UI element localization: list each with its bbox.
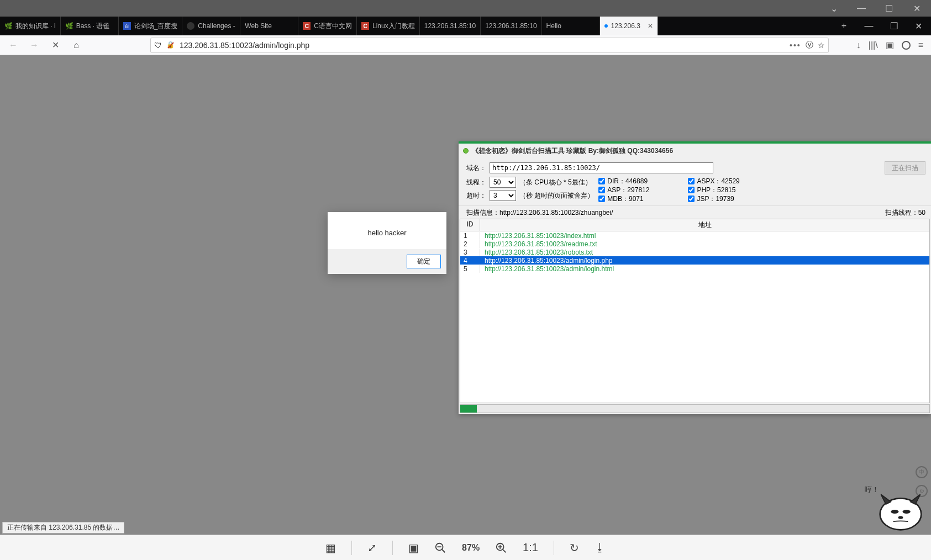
nav-back-button[interactable]: ←	[6, 38, 21, 53]
col-url[interactable]: 地址	[480, 219, 929, 231]
svg-point-2	[903, 510, 911, 514]
browser-tab[interactable]: 🌿Bass · 语雀	[61, 17, 119, 35]
browser-minimize-icon[interactable]: —	[856, 17, 881, 35]
result-row[interactable]: 4http://123.206.31.85:10023/admin/login.…	[460, 256, 929, 265]
loading-dot-icon	[604, 24, 608, 28]
cb-mdb[interactable]: MDB：9071	[598, 194, 649, 203]
tab-label: 123.206.31.85:10	[424, 22, 476, 30]
browser-statusbar: 正在传输来自 123.206.31.85 的数据…	[2, 522, 124, 533]
thread-select[interactable]: 50	[490, 177, 516, 188]
actual-size-icon[interactable]: 1:1	[523, 541, 538, 554]
domain-input[interactable]	[490, 162, 713, 173]
library-icon[interactable]: |||\	[869, 40, 878, 50]
results-header: ID 地址	[460, 219, 929, 231]
timeout-hint: （秒 超时的页面被舍弃）	[519, 191, 594, 200]
account-icon[interactable]	[902, 41, 911, 50]
cb-asp[interactable]: ASP：297812	[598, 186, 649, 194]
timeout-label: 超时：	[466, 191, 486, 200]
tab-label: C语言中文网	[314, 22, 352, 31]
download-icon[interactable]: ⭳	[595, 541, 606, 554]
scanner-title-text: 《想念初恋》御剑后台扫描工具 珍藏版 By:御剑孤独 QQ:343034656	[472, 146, 673, 156]
zoom-level-text: 87%	[462, 543, 480, 553]
scanner-window: 《想念初恋》御剑后台扫描工具 珍藏版 By:御剑孤独 QQ:343034656 …	[459, 141, 931, 414]
scanner-app-icon	[463, 148, 469, 154]
cb-aspx[interactable]: ASPX：42529	[688, 177, 739, 186]
dict-checkboxes: DIR：446889 ASPX：42529 ASP：297812 PHP：528…	[598, 177, 739, 203]
browser-tab[interactable]: 🌿我的知识库 · i	[0, 17, 61, 35]
url-toolbar: ← → ✕ ⌂ 🛡 123.206.31.85:10023/admin/logi…	[0, 35, 931, 55]
zoom-out-icon[interactable]	[434, 542, 446, 554]
browser-tab[interactable]: CC语言中文网	[298, 17, 357, 35]
result-row[interactable]: 2http://123.206.31.85:10023/readme.txt	[460, 240, 929, 248]
bookmark-star-icon[interactable]: ☆	[818, 41, 825, 50]
scan-info-right: 扫描线程：50	[885, 208, 925, 218]
pocket-icon[interactable]: ⓥ	[806, 40, 813, 50]
side-button-1[interactable]: 中	[916, 466, 928, 478]
grid-view-icon[interactable]: ▦	[325, 541, 336, 554]
shield-icon: 🛡	[154, 41, 162, 50]
downloads-icon[interactable]: ↓	[856, 40, 861, 50]
window-close-icon[interactable]: ✕	[906, 1, 928, 16]
alert-message: hello hacker	[328, 212, 446, 249]
leaf-icon: 🌿	[4, 22, 12, 30]
leaf-icon: 🌿	[65, 22, 73, 30]
thread-label: 线程：	[466, 178, 486, 187]
browser-tab[interactable]: CLinux入门教程	[357, 17, 420, 35]
alert-footer: 确定	[328, 249, 446, 274]
fit-width-icon[interactable]: ▣	[408, 541, 419, 554]
window-chevron-icon[interactable]: ⌄	[823, 1, 845, 16]
result-row[interactable]: 5http://123.206.31.85:10023/admin/login.…	[460, 265, 929, 273]
browser-tab[interactable]: 百论剑场_百度搜	[119, 17, 183, 35]
rotate-icon[interactable]: ↻	[570, 541, 579, 554]
window-maximize-icon[interactable]: ☐	[878, 1, 900, 16]
tab-label: Challenges -	[198, 22, 235, 30]
row-url: http://123.206.31.85:10023/robots.txt	[480, 249, 929, 256]
col-id[interactable]: ID	[460, 219, 480, 231]
zoom-in-icon[interactable]	[495, 542, 507, 554]
page-content: hello hacker 确定 《想念初恋》御剑后台扫描工具 珍藏版 By:御剑…	[0, 55, 931, 560]
tab-label: Web Site	[245, 22, 271, 30]
sidebar-icon[interactable]: ▣	[886, 40, 894, 50]
dark-icon	[187, 22, 194, 30]
browser-tab[interactable]: Web Site	[240, 17, 298, 35]
cb-jsp[interactable]: JSP：19739	[688, 194, 739, 203]
url-text[interactable]: 123.206.31.85:10023/admin/login.php	[180, 41, 785, 50]
tab-label: 我的知识库 · i	[15, 22, 56, 31]
results-body[interactable]: 1http://123.206.31.85:10023/index.html2h…	[460, 231, 929, 403]
result-row[interactable]: 3http://123.206.31.85:10023/robots.txt	[460, 248, 929, 256]
tab-label: 123.206.31.85:10	[485, 22, 536, 30]
browser-tab[interactable]: Hello	[542, 17, 600, 35]
row-id: 5	[460, 265, 480, 273]
row-id: 3	[460, 249, 480, 256]
scan-progress	[460, 404, 930, 413]
scan-button[interactable]: 正在扫描	[885, 161, 925, 175]
cb-dir[interactable]: DIR：446889	[598, 177, 649, 186]
browser-restore-icon[interactable]: ❐	[881, 17, 906, 35]
cb-php[interactable]: PHP：52815	[688, 186, 739, 194]
new-tab-button[interactable]: +	[832, 17, 856, 35]
result-row[interactable]: 1http://123.206.31.85:10023/index.html	[460, 231, 929, 240]
nav-stop-button[interactable]: ✕	[48, 38, 63, 53]
browser-tab[interactable]: 123.206.31.85:10	[420, 17, 481, 35]
page-actions-dots-icon[interactable]: •••	[790, 41, 801, 50]
row-id: 2	[460, 240, 480, 248]
browser-tab[interactable]: 123.206.3✕	[600, 17, 658, 35]
tab-label: Linux入门教程	[372, 22, 415, 31]
svg-line-5	[442, 549, 445, 552]
browser-close-icon[interactable]: ✕	[906, 17, 931, 35]
fit-screen-icon[interactable]: ⤢	[367, 541, 377, 554]
browser-tab[interactable]: 123.206.31.85:10	[481, 17, 541, 35]
tab-close-icon[interactable]: ✕	[648, 22, 653, 30]
browser-tab[interactable]: Challenges -	[182, 17, 240, 35]
url-input-group[interactable]: 🛡 123.206.31.85:10023/admin/login.php ••…	[150, 38, 829, 53]
mascot-icon[interactable]	[876, 487, 925, 531]
scanner-titlebar[interactable]: 《想念初恋》御剑后台扫描工具 珍藏版 By:御剑孤独 QQ:343034656	[459, 144, 931, 158]
tab-label: 123.206.3	[611, 22, 640, 30]
nav-forward-button[interactable]: →	[27, 38, 42, 53]
alert-ok-button[interactable]: 确定	[407, 255, 441, 268]
scan-info-left: 扫描信息：http://123.206.31.85:10023/zhuangbe…	[466, 208, 613, 218]
menu-icon[interactable]: ≡	[918, 40, 923, 50]
timeout-select[interactable]: 3	[490, 190, 516, 201]
window-minimize-icon[interactable]: —	[850, 1, 872, 16]
nav-home-button[interactable]: ⌂	[69, 38, 84, 53]
